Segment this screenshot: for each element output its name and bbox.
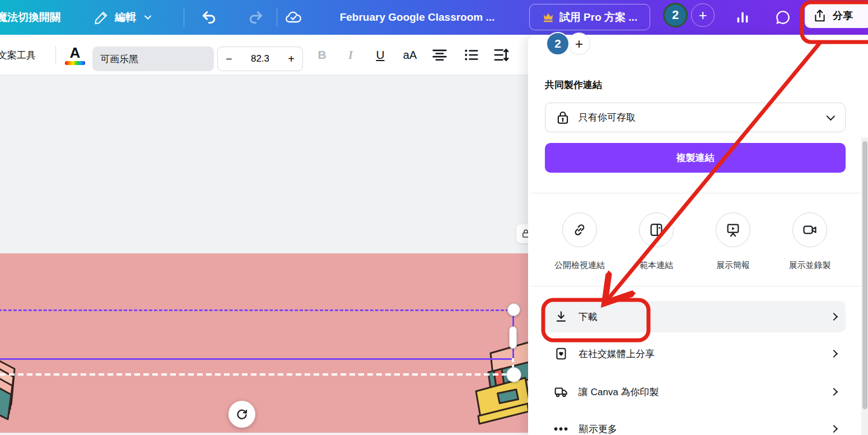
underline-button[interactable]: U bbox=[371, 35, 390, 75]
show-more-menu-item[interactable]: ••• 顯示更多 bbox=[545, 413, 846, 435]
access-level-dropdown[interactable]: 只有你可存取 bbox=[545, 103, 846, 132]
download-label: 下載 bbox=[578, 311, 598, 323]
rainbow-color-bar bbox=[65, 61, 85, 65]
download-icon bbox=[554, 309, 568, 324]
undo-button[interactable] bbox=[197, 0, 222, 35]
header-divider bbox=[184, 8, 184, 27]
font-size-increase-button[interactable]: + bbox=[288, 53, 295, 66]
selection-border-bottom bbox=[0, 358, 514, 360]
bar-chart-icon bbox=[735, 10, 750, 25]
panel-add-collaborator-button[interactable]: + bbox=[568, 33, 590, 55]
collaboration-link-heading: 共同製作連結 bbox=[545, 78, 602, 91]
panel-divider bbox=[531, 193, 868, 193]
try-pro-button[interactable]: 試用 Pro 方案 ... bbox=[529, 4, 650, 30]
panel-divider bbox=[531, 286, 868, 286]
bullet-list-icon bbox=[463, 47, 479, 63]
link-icon bbox=[572, 222, 587, 238]
chevron-right-icon bbox=[830, 388, 838, 396]
chevron-down-icon bbox=[142, 12, 153, 23]
book-stack-illustration bbox=[469, 337, 528, 433]
pencil-icon bbox=[94, 10, 109, 25]
delivery-truck-icon bbox=[554, 385, 568, 399]
edit-label: 編輯 bbox=[115, 10, 136, 25]
present-and-record-button[interactable] bbox=[792, 212, 827, 247]
ellipsis-icon: ••• bbox=[554, 423, 569, 435]
chevron-right-icon bbox=[830, 350, 838, 358]
share-export-icon bbox=[813, 8, 827, 23]
present-button[interactable] bbox=[716, 212, 750, 247]
bold-button[interactable]: B bbox=[314, 35, 330, 75]
text-box-dashed-boundary bbox=[0, 373, 513, 376]
share-label: 分享 bbox=[833, 9, 853, 22]
text-color-letter: A bbox=[70, 45, 81, 60]
download-menu-item[interactable]: 下載 bbox=[545, 301, 846, 332]
copy-link-button[interactable]: 複製連結 bbox=[545, 143, 846, 173]
text-case-button[interactable]: aA bbox=[399, 35, 421, 75]
font-size-decrease-button[interactable]: − bbox=[226, 53, 232, 66]
template-icon bbox=[648, 222, 664, 238]
bullet-list-button[interactable] bbox=[463, 35, 484, 75]
quick-action-label: 展示簡報 bbox=[694, 260, 772, 271]
text-align-button[interactable] bbox=[431, 35, 452, 75]
selection-side-handle[interactable] bbox=[509, 326, 517, 349]
public-view-link-button[interactable] bbox=[562, 212, 597, 247]
italic-button[interactable]: I bbox=[343, 35, 358, 75]
text-color-button[interactable]: A bbox=[65, 35, 85, 75]
rotate-icon bbox=[235, 407, 249, 422]
copywriting-tools-button[interactable]: 文案工具 bbox=[0, 35, 36, 75]
panel-collaborators-avatar[interactable]: 2 bbox=[546, 32, 570, 55]
cloud-check-icon bbox=[284, 8, 302, 26]
share-button[interactable]: 分享 bbox=[805, 3, 868, 28]
redo-icon bbox=[247, 9, 264, 26]
print-label: 讓 Canva 為你印製 bbox=[578, 386, 659, 399]
magic-toggle-button[interactable]: 魔法切換開關 bbox=[0, 0, 60, 35]
comments-button[interactable] bbox=[770, 0, 796, 35]
insights-button[interactable] bbox=[730, 0, 755, 35]
print-menu-item[interactable]: 讓 Canva 為你印製 bbox=[545, 376, 846, 408]
try-pro-label: 試用 Pro 方案 ... bbox=[559, 10, 637, 25]
heart-card-icon bbox=[554, 346, 568, 361]
font-family-selector[interactable]: 可画乐黑 bbox=[92, 47, 214, 71]
crown-icon bbox=[542, 11, 554, 24]
rotate-handle[interactable] bbox=[228, 401, 255, 428]
lock-person-icon bbox=[556, 110, 570, 125]
top-header-bar: 魔法切換開關 編輯 February Google Classroom ... … bbox=[0, 0, 868, 35]
selection-border-top bbox=[0, 309, 514, 311]
show-more-label: 顯示更多 bbox=[579, 423, 617, 435]
font-size-control: − 82.3 + bbox=[217, 47, 303, 71]
comment-bubble-icon bbox=[774, 9, 791, 26]
line-spacing-icon bbox=[493, 47, 510, 63]
design-page[interactable]: 微積分課程滿意度調查 FEBRUARY IS I LOVE TO READ MO… bbox=[0, 253, 528, 433]
selection-corner-handle[interactable] bbox=[506, 367, 521, 382]
selection-corner-handle[interactable] bbox=[507, 303, 520, 316]
invite-member-button[interactable]: + bbox=[691, 3, 715, 27]
open-book-illustration bbox=[0, 351, 44, 431]
panel-scrollbar-thumb[interactable] bbox=[862, 141, 867, 409]
quick-action-label: 展示並錄製 bbox=[771, 260, 849, 271]
align-center-icon bbox=[431, 47, 448, 63]
document-title[interactable]: February Google Classroom ... bbox=[333, 0, 501, 35]
collaborators-avatar[interactable]: 2 bbox=[663, 3, 688, 27]
cloud-save-button[interactable] bbox=[281, 0, 306, 35]
chevron-right-icon bbox=[830, 313, 838, 321]
template-link-button[interactable] bbox=[639, 212, 674, 247]
toolbar-divider bbox=[55, 46, 56, 64]
presentation-icon bbox=[725, 222, 741, 238]
undo-icon bbox=[201, 9, 218, 26]
magic-toggle-label: 魔法切換開關 bbox=[0, 10, 60, 25]
redo-button[interactable] bbox=[243, 0, 268, 35]
share-social-label: 在社交媒體上分享 bbox=[578, 348, 655, 360]
edit-mode-button[interactable]: 編輯 bbox=[94, 0, 153, 35]
video-camera-icon bbox=[802, 222, 818, 238]
header-divider bbox=[277, 8, 277, 27]
access-level-value: 只有你可存取 bbox=[578, 111, 636, 124]
line-spacing-button[interactable] bbox=[493, 35, 514, 75]
quick-action-label: 範本連結 bbox=[617, 260, 696, 271]
quick-action-label: 公開檢視連結 bbox=[540, 260, 619, 271]
share-social-menu-item[interactable]: 在社交媒體上分享 bbox=[545, 338, 846, 369]
chevron-right-icon bbox=[830, 425, 838, 433]
font-size-value[interactable]: 82.3 bbox=[251, 53, 269, 64]
chevron-down-icon bbox=[827, 112, 836, 121]
